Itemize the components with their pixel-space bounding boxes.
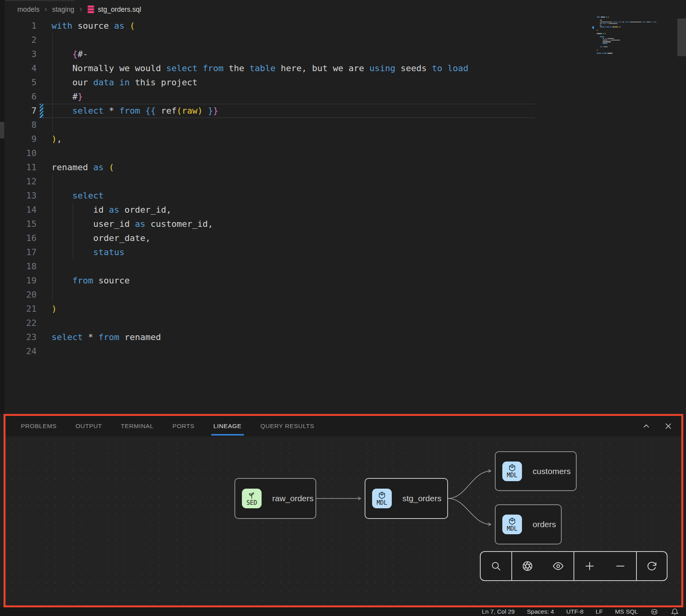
- code-text: Normally we would select from the table …: [52, 61, 468, 75]
- minimap-line: [607, 26, 610, 28]
- code-text: our data in this project: [52, 75, 197, 90]
- breadcrumb: models staging stg_orders.sql: [17, 3, 141, 16]
- token: as: [135, 219, 146, 229]
- search-icon[interactable]: [485, 552, 507, 580]
- minimap-line: [630, 22, 642, 23]
- token: }: [213, 106, 218, 116]
- token: select: [166, 63, 197, 73]
- token: as: [109, 205, 120, 215]
- lineage-node-customers[interactable]: MDLcustomers: [495, 451, 577, 491]
- breadcrumb-item-file[interactable]: stg_orders.sql: [87, 5, 141, 14]
- line-number: 19: [5, 274, 37, 288]
- code-text: ),: [52, 132, 62, 146]
- code-line: 15 user_id as customer_id,: [0, 217, 686, 231]
- minimap-line: [597, 50, 597, 51]
- line-number: 3: [5, 47, 37, 61]
- token: source: [72, 21, 114, 31]
- lineage-node-orders[interactable]: MDLorders: [495, 504, 562, 544]
- statusbar-item-ms-sql[interactable]: MS SQL: [615, 608, 638, 615]
- code-text: id as order_id,: [52, 203, 172, 217]
- token: using: [369, 63, 395, 73]
- minimap[interactable]: [595, 16, 668, 58]
- tab-problems[interactable]: PROBLEMS: [21, 416, 57, 436]
- bell-icon[interactable]: [671, 608, 679, 616]
- token: this project: [130, 77, 197, 87]
- minimap-line: [600, 23, 602, 24]
- token: [52, 247, 93, 257]
- tab-output[interactable]: OUTPUT: [76, 416, 102, 436]
- statusbar-item-spaces-4[interactable]: Spaces: 4: [527, 608, 554, 615]
- code-line: 12: [0, 175, 686, 189]
- code-line: 22: [0, 316, 686, 330]
- token: here, but we are: [276, 63, 369, 73]
- statusbar-item-ln-7-col-29[interactable]: Ln 7, Col 29: [482, 608, 515, 615]
- cube-icon: MDL: [502, 515, 522, 534]
- statusbar-item-lf[interactable]: LF: [596, 608, 603, 615]
- token: *: [103, 106, 119, 116]
- line-number: 2: [5, 33, 37, 47]
- token: [442, 63, 447, 73]
- minimap-line: [605, 26, 606, 28]
- minimap-line: [603, 38, 604, 39]
- statusbar-item-utf-8[interactable]: UTF-8: [566, 608, 583, 615]
- eye-icon[interactable]: [547, 552, 569, 580]
- seedling-icon: SED: [242, 489, 262, 508]
- copilot-icon[interactable]: [650, 608, 658, 616]
- code-line: 17 status: [0, 245, 686, 259]
- chevron-right-icon: [43, 7, 48, 12]
- token: (: [177, 106, 182, 116]
- code-line: 23select * from renamed: [0, 330, 686, 344]
- minimap-line: [603, 41, 611, 42]
- close-icon[interactable]: [664, 422, 673, 430]
- breadcrumb-item-models[interactable]: models: [17, 6, 39, 14]
- token: as: [93, 162, 104, 172]
- node-label: raw_orders: [272, 494, 313, 503]
- code-line: 24: [0, 344, 686, 359]
- tab-lineage[interactable]: LINEAGE: [214, 416, 242, 436]
- code-line: 8: [0, 118, 686, 132]
- token: [203, 106, 208, 116]
- refresh-icon[interactable]: [641, 552, 663, 580]
- badge-label: MDL: [507, 526, 517, 532]
- node-label: customers: [533, 467, 571, 476]
- aperture-icon[interactable]: [516, 552, 538, 580]
- token: from: [98, 332, 119, 342]
- tab-ports[interactable]: PORTS: [172, 416, 194, 436]
- zoom-out-icon[interactable]: [609, 552, 631, 580]
- code-area[interactable]: 1with source as (23 {#-4 Normally we wou…: [0, 19, 686, 373]
- tab-query-results[interactable]: QUERY RESULTS: [260, 416, 314, 436]
- panel-tab-bar: PROBLEMSOUTPUTTERMINALPORTSLINEAGEQUERY …: [6, 416, 681, 436]
- token: in: [119, 77, 130, 87]
- tab-terminal[interactable]: TERMINAL: [121, 416, 153, 436]
- editor-scrollbar-thumb[interactable]: [677, 18, 686, 56]
- token: ,: [57, 134, 62, 144]
- token: from: [119, 106, 140, 116]
- code-line: 1with source as (: [0, 19, 686, 33]
- zoom-in-icon[interactable]: [579, 552, 601, 580]
- token: as: [114, 21, 125, 31]
- breadcrumb-item-staging[interactable]: staging: [52, 6, 74, 14]
- line-number: 9: [5, 132, 37, 146]
- token: order_id,: [119, 205, 171, 215]
- line-number: 22: [5, 316, 37, 330]
- code-text: status: [52, 245, 124, 259]
- chevron-right-icon: [78, 7, 83, 12]
- lineage-toolbar: [480, 551, 668, 581]
- token: [52, 106, 72, 116]
- cube-icon: MDL: [372, 489, 392, 508]
- cube-icon: MDL: [502, 462, 522, 481]
- token: *: [83, 332, 98, 342]
- lineage-node-raw_orders[interactable]: SEDraw_orders: [234, 478, 316, 519]
- code-text: from source: [52, 274, 130, 288]
- token: renamed: [52, 162, 93, 172]
- minimap-line: [603, 40, 608, 41]
- line-number: 18: [5, 259, 37, 274]
- minimap-line: [653, 22, 656, 23]
- lineage-node-stg_orders[interactable]: MDLstg_orders: [365, 478, 448, 519]
- lineage-canvas[interactable]: SEDraw_ordersMDLstg_ordersMDLcustomersMD…: [6, 436, 681, 605]
- token: ): [197, 106, 203, 116]
- token: status: [93, 247, 124, 257]
- code-line: 11renamed as (: [0, 160, 686, 175]
- chevron-up-icon[interactable]: [642, 422, 651, 430]
- code-text: user_id as customer_id,: [52, 217, 213, 231]
